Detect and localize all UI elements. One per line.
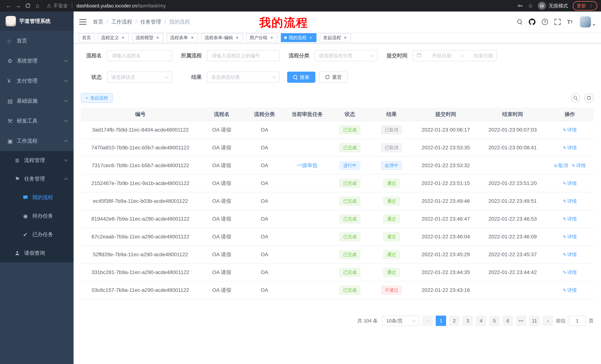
process-def-input[interactable]: [207, 50, 280, 61]
cancel-link[interactable]: ⊘取消: [554, 163, 568, 168]
detail-link[interactable]: ✎详情: [563, 216, 577, 222]
sidebar-item-home[interactable]: ⌂ 首页: [0, 31, 74, 51]
search-button[interactable]: 搜索: [287, 72, 315, 83]
close-icon[interactable]: ×: [235, 35, 240, 40]
site-security-chip[interactable]: ⚠ 不安全: [47, 3, 68, 9]
sidebar-item-done-tasks[interactable]: ✔ 已办任务: [0, 225, 74, 244]
search-icon[interactable]: [517, 19, 522, 25]
detail-link[interactable]: ✎详情: [563, 287, 577, 293]
breadcrumb-item[interactable]: 工作流程: [111, 18, 132, 25]
detail-link[interactable]: ✎详情: [563, 127, 577, 133]
font-size-icon[interactable]: TT: [567, 19, 573, 25]
detail-link[interactable]: ✎详情: [563, 145, 577, 151]
sidebar-item-my-process[interactable]: 我的流程: [0, 188, 74, 207]
cell-category: OA: [244, 263, 285, 281]
tab-my-process[interactable]: 我的流程×: [281, 33, 316, 42]
end-date-placeholder: 结束日期: [474, 52, 493, 59]
tab-process-form[interactable]: 流程表单×: [167, 33, 198, 42]
close-icon[interactable]: ×: [308, 35, 313, 40]
table-row: 3ad174fb-7b9d-11ec-8404-acde48001122 OA …: [81, 121, 594, 139]
sidebar-item-system-management[interactable]: ⚙ 系统管理: [0, 51, 74, 71]
password-key-icon[interactable]: [517, 3, 523, 9]
cell-category: OA: [244, 121, 285, 139]
close-icon[interactable]: ×: [155, 35, 160, 40]
prev-page-button[interactable]: ‹: [422, 316, 433, 326]
detail-link[interactable]: ✎详情: [563, 252, 577, 257]
sidebar-item-workflow[interactable]: ▣ 工作流程: [0, 131, 74, 151]
result-select[interactable]: 请选择流结果: [207, 72, 280, 83]
page-button-1[interactable]: 1: [436, 316, 446, 326]
page-button-2[interactable]: 2: [449, 316, 460, 326]
process-name-input[interactable]: [107, 50, 172, 61]
sidebar-item-dev-tools[interactable]: ⚒ 研发工具: [0, 111, 74, 131]
detail-link[interactable]: ✎详情: [563, 181, 577, 186]
tab-home[interactable]: 首页: [79, 33, 94, 42]
browser-forward-icon[interactable]: →: [13, 1, 23, 10]
browser-reload-icon[interactable]: [23, 1, 33, 10]
cell-current-task: [285, 281, 329, 299]
breadcrumb-item[interactable]: 任务管理: [140, 18, 161, 25]
sidebar-item-payment-management[interactable]: ¥ 支付管理: [0, 71, 74, 91]
close-icon[interactable]: ×: [190, 35, 195, 40]
browser-home-icon[interactable]: ⌂: [33, 1, 42, 10]
breadcrumb-item[interactable]: 首页: [93, 18, 103, 25]
browser-back-icon[interactable]: ←: [4, 1, 13, 10]
goto-page-input[interactable]: [569, 316, 586, 326]
page-button-5[interactable]: 5: [489, 316, 500, 326]
more-pages-button[interactable]: •••: [516, 316, 526, 326]
toggle-search-button[interactable]: [571, 93, 580, 103]
category-select[interactable]: 请选择流程分类: [315, 50, 378, 61]
chevron-down-icon: [592, 24, 595, 26]
detail-link[interactable]: ✎详情: [572, 163, 586, 168]
sidebar-item-task-management[interactable]: ⚑ 任务管理: [0, 170, 74, 188]
avatar[interactable]: [580, 16, 591, 28]
next-page-button[interactable]: ›: [543, 316, 553, 326]
page-button-4[interactable]: 4: [476, 316, 486, 326]
current-task-link[interactable]: 一级审批: [297, 163, 318, 168]
sidebar-toggle-icon[interactable]: [79, 19, 87, 25]
close-icon[interactable]: ×: [343, 35, 348, 40]
sidebar-item-process-management[interactable]: ≣ 流程管理: [0, 151, 74, 170]
page-button-6[interactable]: 6: [502, 316, 513, 326]
browser-update-button[interactable]: 更新 ⋮: [573, 1, 597, 10]
page-button-11[interactable]: 11: [529, 316, 540, 326]
user-menu[interactable]: [580, 16, 595, 28]
detail-link[interactable]: ✎详情: [563, 234, 577, 239]
update-label: 更新: [577, 3, 586, 9]
cell-name: OA 请假: [200, 281, 244, 299]
tab-process-model[interactable]: 流程模型×: [132, 33, 163, 42]
cell-current-task: [285, 121, 329, 139]
sidebar-item-infrastructure[interactable]: ▤ 基础设施: [0, 91, 74, 111]
sidebar-item-leave-query[interactable]: 请假查询: [0, 244, 74, 262]
tab-start-process[interactable]: 发起流程×: [320, 33, 351, 42]
close-icon[interactable]: ×: [121, 35, 126, 40]
app-logo[interactable]: 芋道管理系统: [0, 11, 74, 31]
cell-end-time: 2022-01-22 23:46:09: [479, 228, 546, 246]
refresh-table-button[interactable]: [584, 93, 594, 103]
status-select[interactable]: 请选择状态: [107, 72, 172, 83]
tab-process-form-edit[interactable]: 流程表单-编辑×: [201, 33, 243, 42]
github-icon[interactable]: [529, 19, 535, 25]
detail-link[interactable]: ✎详情: [563, 269, 577, 275]
browser-menu-icon[interactable]: ⋮: [589, 3, 593, 9]
result-badge: 通过: [383, 179, 400, 188]
reset-button[interactable]: 重置: [319, 72, 348, 83]
close-icon[interactable]: ×: [269, 35, 274, 40]
fullscreen-icon[interactable]: [554, 19, 561, 25]
submit-time-range-picker[interactable]: 开始日期 - 结束日期: [413, 50, 497, 61]
address-bar[interactable]: dashboard.yudao.iocoder.cn/bpm/task/my: [76, 3, 166, 9]
tab-process-definition[interactable]: 流程定义×: [98, 33, 129, 42]
page-button-3[interactable]: 3: [462, 316, 473, 326]
col-submit-time: 提交时间: [412, 108, 479, 121]
eye-icon: ◉: [23, 213, 32, 219]
status-badge: 已完成: [340, 125, 360, 134]
calendar-icon: [417, 53, 421, 59]
tab-user-group[interactable]: 用户分组×: [246, 33, 278, 42]
help-icon[interactable]: ?: [542, 19, 548, 25]
filter-label-result: 结果: [180, 74, 202, 81]
bookmark-star-icon[interactable]: ☆: [528, 3, 533, 9]
sidebar-item-todo-tasks[interactable]: ◉ 待办任务: [0, 207, 74, 225]
detail-link[interactable]: ✎详情: [563, 198, 577, 204]
page-size-select[interactable]: 10条/页: [382, 316, 419, 326]
create-process-button[interactable]: + 发起流程: [81, 93, 112, 103]
